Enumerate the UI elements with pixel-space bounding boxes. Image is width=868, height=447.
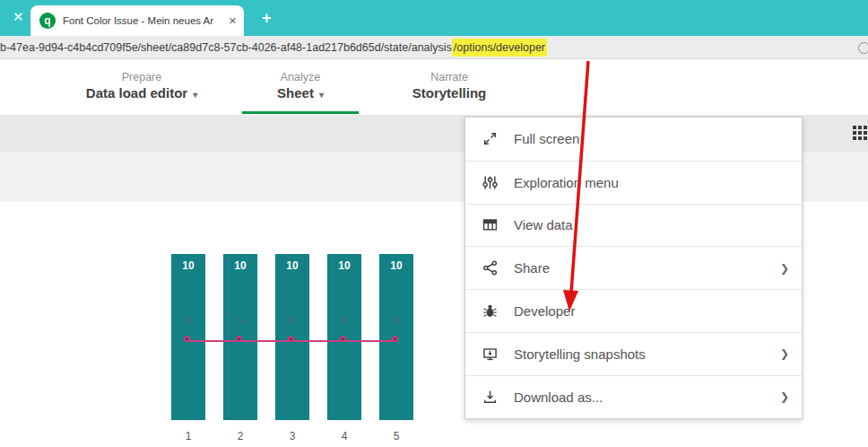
share-icon: [482, 260, 498, 276]
line-value-label: 5: [179, 315, 197, 326]
menu-item-share[interactable]: Share ❯: [465, 246, 802, 289]
line-value-label: 5: [231, 315, 249, 326]
fullscreen-icon: [482, 131, 498, 146]
snapshot-icon: [482, 346, 498, 362]
submenu-arrow-icon: ❯: [780, 262, 789, 275]
x-axis-tick-label: 1: [179, 430, 197, 443]
line-value-label: 5: [335, 315, 353, 326]
context-menu: Full screen Exploration menu View data S…: [464, 117, 803, 419]
x-axis-tick-label: 2: [231, 430, 249, 443]
table-icon: [482, 217, 498, 232]
screen: ✕ q Font Color Issue - Mein neues Ar ✕ +…: [0, 0, 868, 447]
line-point[interactable]: [288, 336, 294, 342]
menu-item-full-screen[interactable]: Full screen: [465, 118, 802, 161]
menu-item-download-as[interactable]: Download as... ❯: [465, 375, 802, 418]
x-axis-tick-label: 3: [283, 430, 301, 443]
download-icon: [482, 390, 498, 405]
x-axis-tick-label: 5: [387, 430, 405, 443]
menu-item-exploration-menu[interactable]: Exploration menu: [465, 161, 802, 204]
submenu-arrow-icon: ❯: [780, 347, 789, 360]
menu-item-storytelling-snapshots[interactable]: Storytelling snapshots ❯: [465, 332, 802, 375]
line-value-label: 5: [387, 315, 405, 326]
bar-value-label: 10: [275, 259, 309, 272]
menu-item-developer[interactable]: Developer: [465, 289, 802, 332]
line-point[interactable]: [340, 336, 346, 342]
line-point[interactable]: [184, 336, 190, 342]
line-point[interactable]: [236, 336, 242, 342]
submenu-arrow-icon: ❯: [780, 390, 789, 403]
line-point[interactable]: [392, 336, 398, 342]
menu-item-view-data[interactable]: View data: [465, 204, 802, 247]
sliders-icon: [482, 175, 498, 190]
bar-value-label: 10: [327, 259, 361, 272]
x-axis-tick-label: 4: [335, 430, 353, 443]
bar-value-label: 10: [379, 259, 413, 272]
bug-icon: [482, 303, 498, 319]
line-value-label: 5: [283, 315, 301, 326]
bar-value-label: 10: [171, 259, 205, 272]
bar-value-label: 10: [223, 259, 257, 272]
